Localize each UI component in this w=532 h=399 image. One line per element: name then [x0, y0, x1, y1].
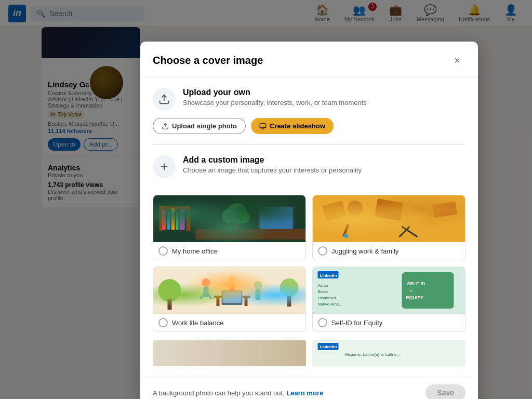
home-office-label: My home office: [172, 247, 218, 255]
juggling-label: Juggling work & family: [331, 247, 398, 255]
svg-rect-7: [159, 210, 164, 231]
svg-text:Native Ame...: Native Ame...: [318, 302, 343, 307]
plus-icon: [158, 161, 170, 172]
svg-rect-8: [187, 210, 191, 231]
svg-text:Hispanic, Latino(a) or Latino.: Hispanic, Latino(a) or Latino...: [345, 352, 401, 357]
upload-text-block: Upload your own Showcase your personalit…: [183, 88, 466, 107]
juggling-label-row: Juggling work & family: [313, 242, 465, 260]
svg-rect-27: [432, 202, 457, 218]
work-balance-illustration: [153, 267, 305, 314]
custom-text-block: Add a custom image Choose an image that …: [183, 155, 362, 174]
svg-rect-9: [162, 210, 166, 230]
svg-rect-11: [171, 208, 175, 230]
svg-rect-6: [159, 206, 191, 210]
modal-title: Choose a cover image: [153, 55, 263, 66]
photo-upload-icon: [162, 123, 169, 130]
footer-text: A background photo can help you stand ou…: [153, 389, 323, 397]
svg-rect-12: [176, 212, 179, 230]
selfid-thumbnail: LinkedIn Asian Black Hispanic/L... Nativ…: [313, 267, 465, 314]
selfid-illustration: LinkedIn Asian Black Hispanic/L... Nativ…: [313, 267, 465, 314]
svg-point-37: [202, 278, 210, 287]
work-balance-thumbnail: [153, 267, 305, 314]
svg-point-24: [348, 201, 363, 216]
create-slideshow-button[interactable]: Create slideshow: [251, 118, 334, 134]
selfid-label-row: Self-ID for Equity: [313, 314, 465, 331]
selfid-radio[interactable]: [318, 318, 327, 327]
bottom-image-1[interactable]: LinkedIn I Self-ID: [153, 340, 306, 366]
juggling-illustration: [313, 195, 465, 242]
svg-rect-18: [258, 206, 295, 232]
svg-point-35: [280, 278, 299, 297]
svg-point-15: [222, 209, 237, 223]
modal-body[interactable]: Upload your own Showcase your personalit…: [140, 77, 478, 377]
svg-point-41: [228, 276, 236, 284]
svg-text:for: for: [409, 288, 414, 293]
upload-row: Upload your own Showcase your personalit…: [153, 88, 466, 111]
image-option-work-balance[interactable]: Work life balance: [153, 267, 306, 332]
svg-rect-46: [217, 298, 220, 306]
svg-point-26: [407, 201, 428, 221]
upload-icon: [158, 94, 170, 105]
bottom-image-2[interactable]: LinkedIn Hispanic, Latino(a) or Latino..…: [312, 340, 466, 366]
work-balance-radio[interactable]: [158, 318, 168, 327]
juggling-radio[interactable]: [318, 246, 327, 256]
svg-rect-5: [154, 195, 305, 242]
image-option-juggling[interactable]: Juggling work & family: [312, 195, 466, 260]
save-button[interactable]: Save: [425, 384, 466, 399]
svg-rect-10: [167, 211, 170, 230]
svg-line-39: [201, 292, 206, 298]
svg-rect-19: [260, 207, 293, 229]
svg-text:EQUITY: EQUITY: [406, 295, 424, 300]
home-office-radio[interactable]: [158, 246, 168, 256]
svg-rect-47: [245, 298, 248, 306]
svg-text:SELF-ID: SELF-ID: [407, 281, 425, 286]
home-office-thumbnail: [153, 195, 305, 242]
selfid-label: Self-ID for Equity: [331, 319, 382, 327]
svg-rect-20: [273, 232, 280, 237]
custom-heading: Add a custom image: [183, 155, 362, 165]
svg-rect-32: [154, 267, 305, 314]
svg-rect-17: [235, 223, 240, 234]
svg-rect-13: [180, 210, 185, 230]
upload-single-photo-button[interactable]: Upload single photo: [153, 118, 246, 134]
modal-close-button[interactable]: ×: [449, 52, 466, 69]
svg-point-14: [227, 203, 248, 224]
choose-cover-modal: Choose a cover image × Upload your own S…: [140, 42, 478, 399]
image-option-home-office[interactable]: My home office: [153, 195, 306, 260]
svg-rect-49: [223, 291, 242, 303]
upload-icon-circle: [153, 88, 176, 111]
svg-text:Black: Black: [318, 289, 329, 294]
svg-rect-36: [287, 296, 291, 307]
upload-section: Upload your own Showcase your personalit…: [140, 77, 478, 144]
upload-buttons: Upload single photo Create slideshow: [153, 118, 466, 134]
home-office-illustration: [153, 195, 305, 242]
image-grid: My home office: [140, 195, 478, 340]
svg-text:Asian: Asian: [318, 283, 328, 288]
bottom-thumb-1-illustration: LinkedIn I Self-ID: [153, 340, 306, 366]
bottom-thumb-2-illustration: LinkedIn Hispanic, Latino(a) or Latino..…: [312, 340, 466, 366]
image-option-selfid[interactable]: LinkedIn Asian Black Hispanic/L... Nativ…: [312, 267, 466, 332]
home-office-label-row: My home office: [153, 242, 305, 260]
image-grid-bottom: LinkedIn I Self-ID LinkedIn Hispanic, La…: [140, 340, 478, 370]
svg-rect-38: [204, 287, 209, 297]
upload-subtext: Showcase your personality, interests, wo…: [183, 99, 466, 107]
svg-point-16: [237, 211, 250, 223]
svg-rect-31: [343, 234, 349, 238]
svg-text:LinkedIn: LinkedIn: [161, 344, 178, 349]
work-balance-label: Work life balance: [172, 319, 223, 327]
svg-rect-23: [322, 201, 346, 221]
custom-image-section: Add a custom image Choose an image that …: [140, 145, 478, 195]
svg-line-40: [206, 292, 211, 298]
svg-rect-45: [214, 296, 250, 298]
svg-line-29: [400, 227, 410, 237]
learn-more-link[interactable]: Learn more: [286, 389, 323, 397]
juggling-thumbnail: [313, 195, 465, 242]
svg-text:LinkedIn: LinkedIn: [320, 344, 337, 349]
work-balance-label-row: Work life balance: [153, 314, 305, 331]
svg-rect-44: [256, 289, 261, 300]
svg-point-64: [212, 347, 231, 365]
svg-rect-2: [260, 123, 266, 127]
svg-point-33: [158, 279, 181, 302]
add-icon-circle: [153, 155, 176, 178]
custom-row: Add a custom image Choose an image that …: [153, 155, 466, 178]
